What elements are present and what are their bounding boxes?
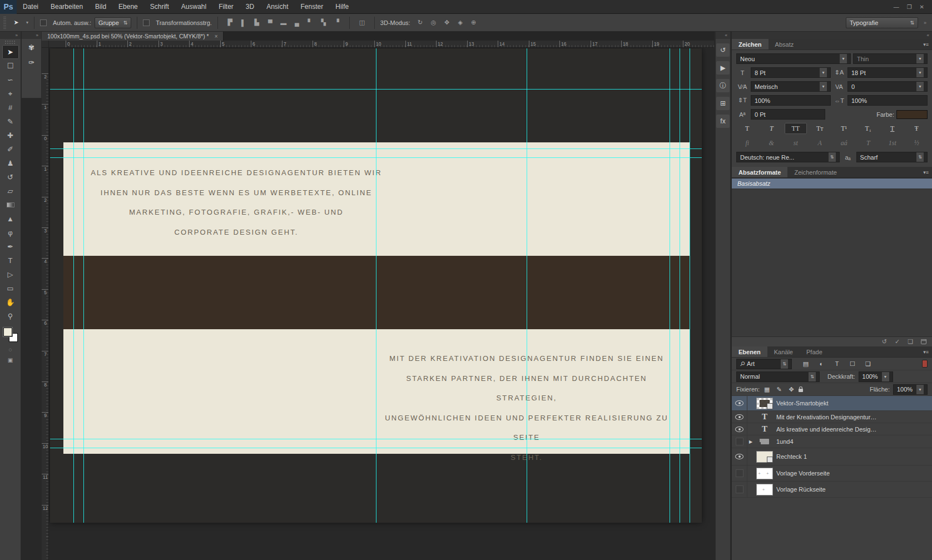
3d-rotate-icon[interactable]: ↻	[414, 17, 427, 28]
baseline-shift-field[interactable]: 0 Pt	[751, 109, 825, 120]
gradient-tool[interactable]	[2, 198, 19, 212]
guide[interactable]	[680, 48, 680, 523]
actions-panel-icon[interactable]: ▶	[716, 61, 730, 75]
layer-filter-dropdown[interactable]: ⚲ Art⇅	[736, 359, 792, 369]
filter-type-layers-icon[interactable]: T	[832, 360, 842, 367]
group-expand-icon[interactable]: ▶	[747, 439, 754, 444]
brush-panel-icon[interactable]: ✑	[24, 56, 39, 69]
document[interactable]: ALS KREATIVE UND IDEENREICHE DESIGNAGENT…	[50, 48, 702, 523]
font-style-dropdown[interactable]: Thin▾	[853, 53, 928, 64]
pen-tool[interactable]: ✒	[2, 240, 19, 254]
restore-button[interactable]: ❐	[907, 4, 912, 10]
type-style-button[interactable]: T₁	[857, 123, 880, 134]
type-style-button[interactable]: T	[761, 123, 783, 134]
vertical-scale-field[interactable]: 100%	[751, 95, 831, 106]
guide[interactable]	[50, 448, 702, 448]
close-tab-icon[interactable]: ×	[215, 33, 218, 39]
tracking-dropdown[interactable]: 0▾	[847, 81, 928, 92]
layer-rechteck-1[interactable]: Rechteck 1	[732, 448, 932, 465]
guide[interactable]	[376, 48, 376, 523]
ruler-corner[interactable]	[42, 41, 49, 48]
redefine-style-icon[interactable]: ✓	[895, 338, 900, 345]
type-style-button[interactable]: T	[736, 123, 759, 134]
filter-adjustment-layers-icon[interactable]: ◐	[816, 360, 826, 367]
rminidock-collapse-icon[interactable]: «	[716, 32, 730, 39]
swatches-panel-icon[interactable]: ⊞	[716, 97, 730, 110]
brush-presets-panel-icon[interactable]: ✾	[24, 41, 39, 54]
menu-item[interactable]: 3D	[240, 0, 260, 14]
opentype-button[interactable]: 1st	[881, 137, 904, 148]
options-grip[interactable]	[3, 17, 6, 29]
layer-vorlage-vorderseite[interactable]: + + Vorlage Vorderseite	[732, 465, 932, 482]
layer-thumbnail[interactable]: + +	[756, 468, 773, 479]
opentype-button[interactable]: fi	[736, 137, 759, 148]
layer-text-als-kreative[interactable]: T Als kreative und ideenreiche Desig…	[732, 423, 932, 435]
guide[interactable]	[50, 148, 702, 149]
layer-thumbnail[interactable]: T	[756, 423, 773, 435]
delete-style-icon[interactable]	[921, 339, 926, 344]
layer-visibility-toggle[interactable]	[732, 465, 747, 481]
toolbar-grip[interactable]	[4, 40, 16, 44]
menu-item[interactable]: Bild	[89, 0, 112, 14]
menu-item[interactable]: Fenster	[295, 0, 330, 14]
opentype-button[interactable]: T	[857, 137, 880, 148]
transform-controls-checkbox[interactable]	[143, 19, 150, 26]
menu-item[interactable]: Filter	[212, 0, 240, 14]
close-button[interactable]: ✕	[920, 4, 924, 10]
align-bottom-edges-icon[interactable]: ▙	[250, 17, 264, 28]
tab-pfade[interactable]: Pfade	[800, 346, 829, 357]
horizontal-scale-field[interactable]: 100%	[847, 95, 928, 106]
dock-collapse-icon[interactable]: «	[732, 32, 932, 39]
tab-kanaele[interactable]: Kanäle	[767, 346, 800, 357]
antialias-dropdown[interactable]: Scharf⇅	[856, 152, 928, 162]
dodge-tool[interactable]: φ	[2, 226, 19, 240]
language-dropdown[interactable]: Deutsch: neue Re...⇅	[736, 152, 840, 162]
font-family-dropdown[interactable]: Neou▾	[736, 53, 851, 64]
menu-item[interactable]: Auswahl	[175, 0, 212, 14]
menu-item[interactable]: Bearbeiten	[44, 0, 89, 14]
layer-visibility-toggle[interactable]	[732, 423, 747, 435]
distribute-vertical-icon[interactable]: ▚	[317, 17, 330, 28]
foreground-color-swatch[interactable]	[3, 328, 12, 336]
3d-slide-icon[interactable]: ◈	[454, 17, 467, 28]
3d-camera-icon[interactable]: ⊕	[467, 17, 480, 28]
type-tool[interactable]: T	[2, 254, 19, 267]
tool-preset-dropdown-icon[interactable]: ▾	[26, 20, 28, 25]
rectangular-marquee-tool[interactable]: ☐	[2, 59, 19, 73]
layer-vorlage-rueckseite[interactable]: + Vorlage Rückseite	[732, 482, 932, 498]
layer-visibility-toggle[interactable]	[732, 482, 747, 497]
lock-pixels-icon[interactable]: ✎	[775, 386, 783, 393]
crop-tool[interactable]: #	[2, 101, 19, 115]
layer-thumbnail[interactable]	[756, 398, 773, 409]
lock-position-icon[interactable]: ✥	[787, 386, 795, 393]
layer-thumbnail[interactable]: T	[756, 411, 773, 423]
zoom-tool[interactable]: ⚲	[2, 309, 19, 323]
text-color-swatch[interactable]	[896, 110, 928, 119]
style-item-basisabsatz[interactable]: Basisabsatz	[732, 179, 932, 189]
guide[interactable]	[50, 157, 702, 158]
layer-visibility-toggle[interactable]	[732, 411, 747, 423]
move-tool[interactable]: ➤	[2, 45, 19, 59]
3d-roll-icon[interactable]: ◎	[427, 17, 440, 28]
expand-dock-icon[interactable]: »	[921, 20, 929, 26]
tab-zeichen[interactable]: Zeichen	[732, 39, 769, 49]
clear-overrides-icon[interactable]: ↺	[882, 338, 887, 345]
panel-menu-icon[interactable]: ▾≡	[923, 346, 932, 357]
layer-text-mit-der-kreativation[interactable]: T Mit der Kreativation Designagentur…	[732, 411, 932, 423]
menu-item[interactable]: Schrift	[144, 0, 175, 14]
fill-field[interactable]: 100%▾	[893, 384, 928, 395]
layer-group-1und4[interactable]: ▶ 1und4	[732, 435, 932, 448]
guide[interactable]	[50, 439, 702, 439]
horizontal-ruler[interactable]: 01234567891011121314151617181920	[49, 41, 714, 48]
toolbar-collapse-icon[interactable]: »	[0, 32, 21, 39]
workspace-dropdown[interactable]: Typografie ⇅	[846, 17, 918, 28]
auto-select-checkbox[interactable]	[40, 19, 47, 26]
type-style-button[interactable]: T	[881, 123, 904, 134]
tab-absatzformate[interactable]: Absatzformate	[732, 167, 787, 177]
lock-transparency-icon[interactable]: ▦	[763, 386, 771, 393]
menu-item[interactable]: Ebene	[112, 0, 144, 14]
layer-visibility-toggle[interactable]	[732, 448, 747, 465]
quick-selection-tool[interactable]: ⌖	[2, 87, 19, 101]
3d-pan-icon[interactable]: ✥	[440, 17, 454, 28]
document-tab[interactable]: 100x100mm_4s.psd bei 50% (Vektor-Smartob…	[42, 32, 224, 41]
